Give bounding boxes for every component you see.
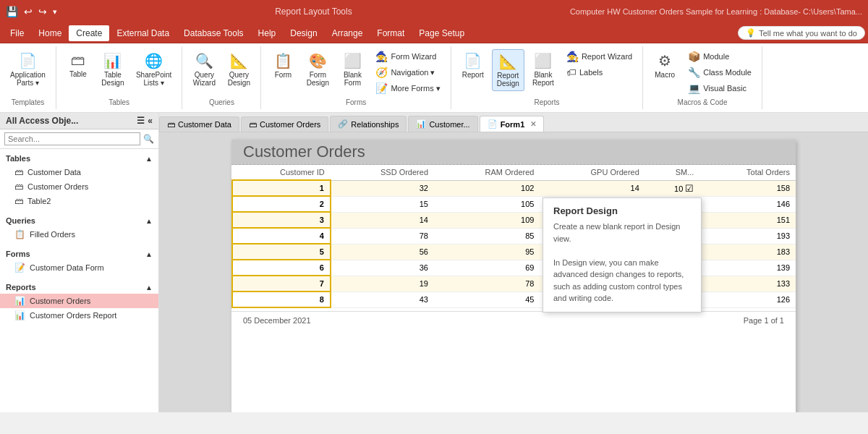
report-wizard-button[interactable]: 🧙 Report Wizard <box>562 49 637 64</box>
undo-btn[interactable]: ↩ <box>24 6 33 17</box>
report-title-bar: Customer Orders <box>231 140 796 165</box>
menu-arrange[interactable]: Arrange <box>325 25 370 41</box>
reports-section-header[interactable]: Reports ▲ <box>0 281 158 294</box>
table-design-icon: 📊 <box>103 52 122 69</box>
report-title: Customer Orders <box>243 142 784 161</box>
application-parts-button[interactable]: 📄 ApplicationParts ▾ <box>6 49 50 90</box>
menu-database-tools[interactable]: Database Tools <box>176 25 251 41</box>
table-row: 6 36 69 19 15 ☑ 139 <box>232 260 796 276</box>
macro-button[interactable]: ⚙ Macro <box>649 49 681 82</box>
navigation-button[interactable]: 🧭 Navigation ▾ <box>371 65 444 80</box>
sidebar-item-table2[interactable]: 🗃 Table2 <box>0 194 158 208</box>
cell-total: 139 <box>699 260 796 276</box>
ribbon-group-tables: 🗃 Table 📊 TableDesign 🌐 SharePointLists … <box>56 46 182 109</box>
doc-area: 🗃 Customer Data 🗃 Customer Orders 🔗 Rela… <box>159 113 868 412</box>
tab-customer-truncated[interactable]: 📊 Customer... <box>408 116 477 132</box>
cell-ssd: 56 <box>331 244 434 260</box>
table-design-button[interactable]: 📊 TableDesign <box>97 49 129 90</box>
tooltip-line2: In Design view, you can make advanced de… <box>553 258 684 303</box>
cell-ssd: 19 <box>331 276 434 292</box>
sidebar-search-input[interactable] <box>4 132 140 145</box>
query-design-button[interactable]: 📐 QueryDesign <box>223 49 255 90</box>
table-label: Table <box>69 70 87 78</box>
report-button[interactable]: 📄 Report <box>457 49 489 82</box>
lightbulb-icon: 💡 <box>746 28 756 38</box>
title-right: Computer HW Customer Orders Sample for L… <box>570 7 862 16</box>
tab-customer-orders[interactable]: 🗃 Customer Orders <box>241 116 328 132</box>
cell-id: 4 <box>232 228 331 244</box>
cell-total: 193 <box>699 228 796 244</box>
query-wizard-button[interactable]: 🔍 QueryWizard <box>188 49 220 90</box>
cell-total: 126 <box>699 292 796 307</box>
menu-page-setup[interactable]: Page Setup <box>412 25 472 41</box>
table-button[interactable]: 🗃 Table <box>62 49 94 81</box>
sidebar-item-customer-data-form[interactable]: 📝 Customer Data Form <box>0 260 158 275</box>
cell-ram: 102 <box>434 180 540 196</box>
sidebar-collapse-icon[interactable]: « <box>148 116 153 126</box>
form-wizard-label: Form Wizard <box>391 52 436 61</box>
tables-group-label: Tables <box>109 98 129 106</box>
menu-help[interactable]: Help <box>251 25 284 41</box>
sidebar-section-tables: Tables ▲ 🗃 Customer Data 🗃 Customer Orde… <box>0 149 158 211</box>
reports-section-label: Reports <box>6 283 36 292</box>
report-design-button[interactable]: 📐 ReportDesign <box>492 49 524 91</box>
queries-section-header[interactable]: Queries ▲ <box>0 214 158 227</box>
report-wizard-icon: 🧙 <box>566 51 579 62</box>
menu-external-data[interactable]: External Data <box>109 25 176 41</box>
macro-icon: ⚙ <box>658 52 671 69</box>
tab-icon-relationships: 🔗 <box>338 119 348 129</box>
sidebar-item-customer-orders-report[interactable]: 📊 Customer Orders <box>0 294 158 308</box>
cell-total: 158 <box>699 180 796 196</box>
cell-ram: 85 <box>434 228 540 244</box>
table-row: 5 56 95 18 14 ☑ 183 <box>232 244 796 260</box>
tables-section-header[interactable]: Tables ▲ <box>0 152 158 165</box>
sidebar-menu-icon[interactable]: ☰ <box>137 116 145 126</box>
menu-home[interactable]: Home <box>31 25 69 41</box>
tell-me-box[interactable]: 💡 Tell me what you want to do <box>738 26 865 40</box>
more-forms-button[interactable]: 📝 More Forms ▾ <box>371 81 444 95</box>
module-icon: 📦 <box>688 51 700 62</box>
form-wizard-button[interactable]: 🧙 Form Wizard <box>371 49 444 64</box>
sharepoint-lists-button[interactable]: 🌐 SharePointLists ▾ <box>132 49 176 90</box>
report-date: 05 December 2021 <box>243 316 311 325</box>
cell-ssd: 15 <box>331 196 434 212</box>
tab-relationships[interactable]: 🔗 Relationships <box>330 116 407 132</box>
sidebar-item-filled-orders[interactable]: 📋 Filled Orders <box>0 227 158 242</box>
sidebar-item-customer-orders[interactable]: 🗃 Customer Orders <box>0 179 158 194</box>
tab-form1[interactable]: 📄 Form1 ✕ <box>480 116 545 132</box>
menu-design[interactable]: Design <box>283 25 324 41</box>
more-forms-icon: 📝 <box>375 82 388 94</box>
tab-close-form1[interactable]: ✕ <box>530 120 536 128</box>
col-header-sm: SM... <box>645 165 700 180</box>
class-module-button[interactable]: 🔧 Class Module <box>684 65 756 80</box>
blank-report-icon: ⬜ <box>534 52 552 69</box>
form-button[interactable]: 📋 Form <box>267 49 299 82</box>
menu-create[interactable]: Create <box>69 25 109 41</box>
sidebar-item-customer-orders-report2[interactable]: 📊 Customer Orders Report <box>0 308 158 323</box>
tab-customer-data[interactable]: 🗃 Customer Data <box>159 116 239 132</box>
checkbox-icon: ☑ <box>685 183 694 194</box>
cell-ram: 95 <box>434 244 540 260</box>
labels-button[interactable]: 🏷 Labels <box>562 65 637 80</box>
form-design-button[interactable]: 🎨 FormDesign <box>302 49 333 90</box>
menu-file[interactable]: File <box>3 25 31 41</box>
menu-format[interactable]: Format <box>370 25 412 41</box>
module-label: Module <box>703 52 729 61</box>
sharepoint-label: SharePointLists ▾ <box>136 71 171 87</box>
sidebar-item-customer-data[interactable]: 🗃 Customer Data <box>0 165 158 179</box>
macros-inner: ⚙ Macro 📦 Module 🔧 Class Module 💻 Visual… <box>649 49 756 95</box>
forms-section-header[interactable]: Forms ▲ <box>0 247 158 260</box>
form-icon-customer-data: 📝 <box>14 263 25 273</box>
blank-report-button[interactable]: ⬜ BlankReport <box>527 49 559 90</box>
module-button[interactable]: 📦 Module <box>684 49 756 64</box>
queries-inner: 🔍 QueryWizard 📐 QueryDesign <box>188 49 255 95</box>
visual-basic-button[interactable]: 💻 Visual Basic <box>684 81 756 95</box>
cell-ram: 105 <box>434 196 540 212</box>
cell-ssd: 43 <box>331 292 434 307</box>
blank-report-label: BlankReport <box>532 71 554 87</box>
sidebar-item-label-customer-data: Customer Data <box>27 168 81 176</box>
redo-btn[interactable]: ↪ <box>38 6 47 17</box>
table-row: 3 14 109 16 12 ☑ 151 <box>232 212 796 228</box>
query-wizard-label: QueryWizard <box>193 71 216 87</box>
blank-form-button[interactable]: ⬜ BlankForm <box>336 49 368 90</box>
